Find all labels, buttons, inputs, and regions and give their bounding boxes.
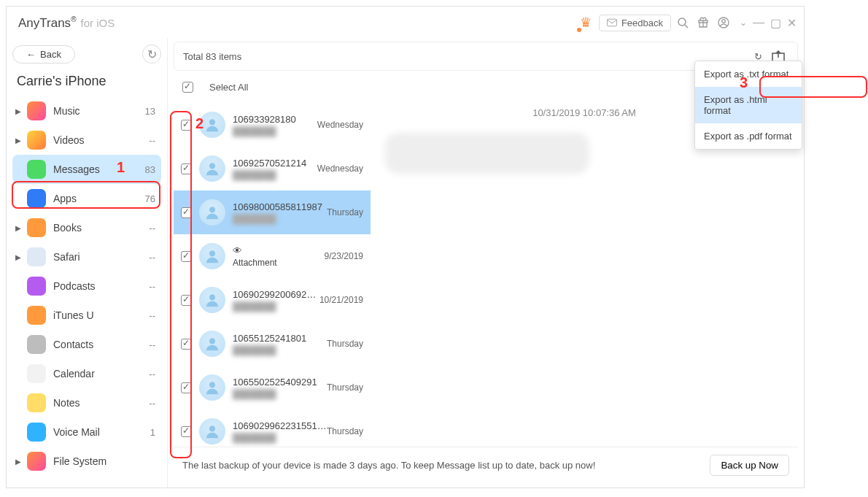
message-date: 9/23/2019 bbox=[325, 251, 363, 261]
chevron-right-icon: ▶ bbox=[15, 224, 24, 232]
message-date: Thursday bbox=[327, 339, 363, 349]
message-row[interactable]: 10698000585811987 ███████ Thursday bbox=[174, 190, 371, 234]
badge-1: 1 bbox=[117, 159, 125, 176]
message-date: Wednesday bbox=[317, 163, 363, 174]
sidebar-item-apps[interactable]: ▶ Apps 76 bbox=[12, 184, 161, 213]
sidebar-item-label: Notes bbox=[53, 397, 149, 409]
sidebar-item-podcasts[interactable]: ▶ Podcasts -- bbox=[12, 271, 161, 301]
message-preview: ███████ bbox=[233, 389, 327, 399]
svg-point-6 bbox=[209, 119, 215, 125]
sidebar-item-videos[interactable]: ▶ Videos -- bbox=[12, 126, 161, 155]
app-icon bbox=[27, 160, 46, 179]
message-checkbox[interactable] bbox=[181, 426, 192, 437]
app-brand: AnyTrans® bbox=[18, 15, 77, 31]
close-icon[interactable]: ✕ bbox=[787, 16, 797, 30]
export-menu-item[interactable]: Export as .html format bbox=[695, 87, 802, 123]
message-preview: ███████ bbox=[233, 214, 327, 224]
select-all-checkbox[interactable] bbox=[182, 82, 193, 93]
sidebar-item-itunes-u[interactable]: ▶ iTunes U -- bbox=[12, 301, 161, 330]
svg-rect-0 bbox=[607, 19, 616, 26]
message-checkbox[interactable] bbox=[181, 207, 192, 218]
sidebar-item-count: -- bbox=[149, 339, 155, 350]
app-icon bbox=[27, 131, 46, 150]
export-menu-item[interactable]: Export as .txt format bbox=[695, 61, 802, 87]
message-row[interactable]: 10692570521214 ███████ Wednesday bbox=[174, 147, 371, 190]
crown-icon[interactable]: ♛ bbox=[580, 15, 592, 31]
message-checkbox[interactable] bbox=[181, 339, 192, 350]
svg-point-13 bbox=[209, 425, 215, 431]
avatar-icon bbox=[199, 243, 225, 269]
sidebar-item-notes[interactable]: ▶ Notes -- bbox=[12, 388, 161, 417]
back-button[interactable]: ← Back bbox=[12, 45, 75, 63]
svg-point-12 bbox=[209, 382, 215, 388]
app-icon bbox=[27, 393, 46, 412]
sidebar-item-messages[interactable]: ▶ Messages 83 bbox=[12, 155, 161, 184]
gift-icon[interactable] bbox=[694, 14, 712, 31]
app-icon bbox=[27, 364, 46, 383]
app-icon bbox=[27, 423, 46, 442]
avatar-icon bbox=[199, 374, 225, 401]
sidebar-item-calendar[interactable]: ▶ Calendar -- bbox=[12, 359, 161, 388]
message-checkbox[interactable] bbox=[181, 120, 192, 131]
message-preview: ███████ bbox=[233, 433, 327, 443]
message-row[interactable]: 👁 Attachment 9/23/2019 bbox=[174, 234, 371, 278]
message-bubble bbox=[385, 133, 589, 174]
sidebar-item-count: -- bbox=[149, 310, 155, 321]
sidebar-item-count: -- bbox=[149, 369, 155, 380]
message-preview: ███████ bbox=[233, 170, 317, 180]
export-menu-item[interactable]: Export as .pdf format bbox=[695, 123, 802, 149]
badge-2: 2 bbox=[195, 115, 204, 132]
message-id: 10698000585811987 bbox=[233, 201, 327, 212]
message-checkbox[interactable] bbox=[181, 163, 192, 174]
message-row[interactable]: 10655025254092​91 ███████ Thursday bbox=[174, 366, 371, 409]
avatar-icon bbox=[199, 287, 225, 313]
avatar-icon bbox=[199, 331, 225, 357]
backup-note: The last backup of your device is made 3… bbox=[182, 460, 595, 471]
message-row[interactable]: 106902992006928... ███████ 10/21/2019 bbox=[174, 278, 371, 322]
sidebar-item-count: -- bbox=[149, 135, 155, 146]
refresh-icon[interactable]: ↻ bbox=[142, 45, 161, 63]
app-icon bbox=[27, 101, 46, 120]
message-row[interactable]: 106551252418​01 ███████ Thursday bbox=[174, 322, 371, 366]
feedback-button[interactable]: Feedback bbox=[599, 15, 671, 31]
message-id: 10655025254092​91 bbox=[233, 377, 327, 388]
message-checkbox[interactable] bbox=[181, 295, 192, 306]
chevron-right-icon: ▶ bbox=[15, 107, 24, 115]
chevron-right-icon: ▶ bbox=[15, 136, 24, 145]
sidebar-item-safari[interactable]: ▶ Safari -- bbox=[12, 242, 161, 271]
select-all-label[interactable]: Select All bbox=[209, 82, 248, 93]
sidebar-item-label: Contacts bbox=[53, 339, 149, 350]
chevron-down-icon[interactable]: ⌄ bbox=[740, 18, 747, 28]
sidebar-item-label: Safari bbox=[53, 251, 149, 263]
sidebar-item-count: -- bbox=[149, 252, 155, 263]
sidebar-item-label: Videos bbox=[53, 134, 149, 146]
badge-3: 3 bbox=[740, 74, 748, 91]
sidebar-item-count: 76 bbox=[145, 193, 155, 204]
message-preview: ███████ bbox=[233, 301, 319, 312]
sidebar-item-voice-mail[interactable]: ▶ Voice Mail 1 bbox=[12, 417, 161, 447]
total-items: Total 83 items bbox=[183, 51, 241, 62]
sidebar-item-count: 13 bbox=[145, 106, 155, 117]
backup-now-button[interactable]: Back up Now bbox=[710, 455, 789, 476]
user-icon[interactable] bbox=[715, 14, 732, 31]
sidebar-item-count: -- bbox=[149, 281, 155, 292]
sidebar-item-books[interactable]: ▶ Books -- bbox=[12, 213, 161, 242]
message-date: Wednesday bbox=[317, 120, 363, 130]
sidebar-item-label: Podcasts bbox=[53, 280, 149, 292]
sidebar-item-file-system[interactable]: ▶ File System bbox=[12, 447, 161, 476]
message-checkbox[interactable] bbox=[181, 382, 192, 393]
search-icon[interactable] bbox=[674, 14, 691, 31]
sidebar-item-label: Books bbox=[53, 222, 149, 234]
sidebar-item-label: Messages bbox=[53, 163, 145, 175]
message-row[interactable]: 106902996223​15512... ███████ Thursday bbox=[174, 409, 371, 447]
minimize-icon[interactable]: — bbox=[753, 16, 764, 29]
maximize-icon[interactable]: ▢ bbox=[770, 16, 781, 30]
sidebar-item-contacts[interactable]: ▶ Contacts -- bbox=[12, 330, 161, 359]
chevron-right-icon: ▶ bbox=[15, 458, 24, 466]
svg-point-8 bbox=[209, 207, 215, 212]
message-checkbox[interactable] bbox=[181, 251, 192, 262]
sidebar-item-label: Music bbox=[53, 105, 145, 117]
device-name: Carrie's iPhone bbox=[12, 74, 161, 96]
svg-point-1 bbox=[678, 18, 686, 26]
sidebar-item-music[interactable]: ▶ Music 13 bbox=[12, 96, 161, 126]
